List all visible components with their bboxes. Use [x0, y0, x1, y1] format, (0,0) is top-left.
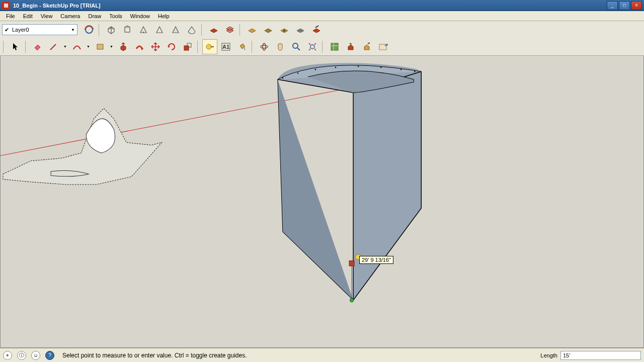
hidden-line-button[interactable]	[245, 22, 260, 37]
svg-point-21	[315, 69, 316, 70]
menu-camera[interactable]: Camera	[56, 12, 84, 20]
vcb-label: Length	[540, 352, 557, 358]
status-hint: Select point to measure to or enter valu…	[59, 352, 540, 359]
zoom-tool[interactable]	[289, 39, 304, 54]
eraser-tool[interactable]	[30, 39, 45, 54]
svg-point-23	[358, 66, 359, 67]
style-edit-button[interactable]	[309, 22, 324, 37]
svg-point-13	[293, 43, 298, 48]
svg-point-14	[310, 45, 314, 49]
titlebar: 10_Begin - SketchUp Pro [TRIAL] _ □ ×	[0, 0, 644, 11]
credits-status-icon[interactable]: ⓘ	[17, 351, 26, 360]
svg-point-24	[380, 67, 381, 68]
rectangle-tool[interactable]	[93, 39, 108, 54]
svg-rect-29	[349, 261, 354, 266]
svg-rect-6	[184, 46, 189, 50]
wireframe-button[interactable]	[222, 22, 237, 37]
followme-tool[interactable]	[132, 39, 147, 54]
view-top-button[interactable]	[120, 22, 135, 37]
svg-line-18	[1, 87, 353, 156]
svg-rect-0	[4, 4, 8, 8]
statusbar: ⌖ ⓘ ☺ ? Select point to measure to or en…	[0, 348, 644, 362]
menu-edit[interactable]: Edit	[19, 12, 37, 20]
select-tool[interactable]	[8, 39, 23, 54]
svg-rect-3	[143, 32, 144, 33]
svg-rect-2	[125, 27, 130, 32]
get-location-button[interactable]	[327, 39, 342, 54]
layer-name: Layer0	[12, 27, 29, 33]
svg-point-1	[86, 26, 93, 33]
app-icon	[2, 2, 10, 10]
monochrome-button[interactable]	[293, 22, 308, 37]
toolbar-row-1: ✔ Layer0 ▼	[0, 21, 644, 38]
user-status-icon[interactable]: ☺	[31, 351, 40, 360]
svg-point-12	[263, 43, 266, 50]
viewport-3d[interactable]: 29' 9 13/16"	[0, 56, 644, 348]
view-left-button[interactable]	[184, 22, 199, 37]
move-tool[interactable]	[148, 39, 163, 54]
layer-selector[interactable]: ✔ Layer0 ▼	[2, 24, 77, 35]
window-controls: _ □ ×	[607, 1, 642, 10]
menu-view[interactable]: View	[37, 12, 57, 20]
menu-window[interactable]: Window	[126, 12, 154, 20]
measurement-tooltip: 29' 9 13/16"	[359, 256, 393, 264]
zoom-extents-tool[interactable]	[305, 39, 320, 54]
arc-tool[interactable]	[69, 39, 85, 54]
maximize-button[interactable]: □	[619, 1, 630, 10]
geo-status-icon[interactable]: ⌖	[3, 351, 12, 360]
view-right-button[interactable]	[152, 22, 167, 37]
share-model-button[interactable]	[359, 39, 374, 54]
rotate-tool[interactable]	[164, 39, 179, 54]
svg-point-22	[335, 67, 336, 68]
svg-point-25	[400, 69, 401, 70]
svg-point-28	[350, 298, 354, 302]
check-icon: ✔	[5, 27, 9, 33]
view-back-button[interactable]	[168, 22, 183, 37]
svg-point-19	[282, 77, 283, 79]
svg-point-20	[297, 72, 298, 74]
scale-tool[interactable]	[180, 39, 195, 54]
close-button[interactable]: ×	[631, 1, 642, 10]
dimension-tool[interactable]: A1	[218, 39, 233, 54]
dropdown-arrow-icon: ▼	[71, 28, 75, 32]
paintbucket-tool[interactable]	[234, 39, 250, 54]
window-title: 10_Begin - SketchUp Pro [TRIAL]	[13, 3, 607, 9]
menu-draw[interactable]: Draw	[84, 12, 105, 20]
help-status-icon[interactable]: ?	[45, 351, 54, 360]
menu-file[interactable]: File	[2, 12, 19, 20]
svg-rect-15	[331, 43, 338, 50]
menu-help[interactable]: Help	[154, 12, 174, 20]
tapemeasure-tool[interactable]	[202, 39, 217, 54]
shaded-button[interactable]	[261, 22, 276, 37]
svg-point-4	[283, 30, 285, 32]
layer-manager-button[interactable]	[82, 22, 97, 37]
toolbar-row-2: A1	[0, 38, 644, 55]
svg-text:A1: A1	[222, 44, 229, 50]
toolbar-area: ✔ Layer0 ▼	[0, 21, 644, 56]
shaded-textures-button[interactable]	[277, 22, 292, 37]
svg-point-26	[414, 71, 415, 72]
menu-tools[interactable]: Tools	[105, 12, 126, 20]
minimize-button[interactable]: _	[607, 1, 618, 10]
pushpull-tool[interactable]	[116, 39, 131, 54]
orbit-tool[interactable]	[257, 39, 272, 54]
vcb-input[interactable]	[560, 351, 641, 360]
svg-point-11	[261, 45, 268, 48]
warehouse-button[interactable]	[343, 39, 358, 54]
extension-warehouse-button[interactable]	[375, 39, 390, 54]
svg-point-17	[386, 44, 388, 46]
menubar: File Edit View Camera Draw Tools Window …	[0, 11, 644, 21]
measurements-box: Length	[540, 351, 641, 360]
line-tool[interactable]	[46, 39, 61, 54]
pan-tool[interactable]	[273, 39, 288, 54]
view-iso-button[interactable]	[104, 22, 119, 37]
svg-point-8	[206, 44, 211, 49]
xray-button[interactable]	[206, 22, 221, 37]
view-front-button[interactable]	[136, 22, 151, 37]
svg-rect-5	[97, 44, 103, 49]
